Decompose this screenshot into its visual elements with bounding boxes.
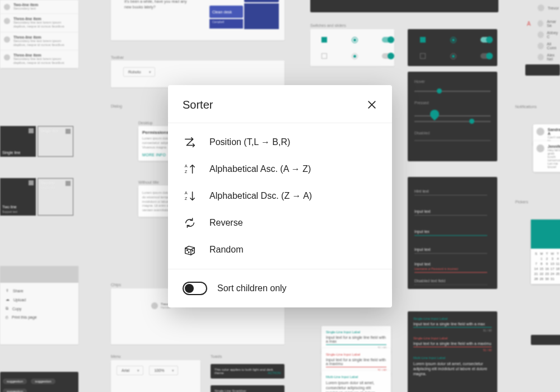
option-position[interactable]: Position (T,L → B,R)	[168, 129, 392, 156]
option-reverse[interactable]: Reverse	[168, 209, 392, 236]
sort-options-list: Position (T,L → B,R) A Z Alphabetical As…	[168, 123, 392, 269]
svg-text:Z: Z	[185, 169, 188, 174]
reverse-icon	[184, 217, 196, 229]
modal-overlay: Sorter Position (T,L → B,R)	[0, 0, 560, 392]
option-alpha-desc[interactable]: A Z Alphabetical Dsc. (Z → A)	[168, 183, 392, 209]
random-icon	[184, 244, 196, 256]
svg-point-4	[187, 250, 188, 250]
svg-point-6	[192, 250, 193, 251]
close-button[interactable]	[366, 99, 377, 110]
option-label: Random	[209, 245, 243, 255]
option-label: Alphabetical Asc. (A → Z)	[209, 164, 311, 174]
option-random[interactable]: Random	[168, 236, 392, 263]
option-label: Position (T,L → B,R)	[209, 137, 290, 147]
option-label: Alphabetical Dsc. (Z → A)	[209, 191, 312, 201]
option-alpha-asc[interactable]: A Z Alphabetical Asc. (A → Z)	[168, 156, 392, 183]
svg-text:A: A	[185, 164, 188, 169]
modal-title: Sorter	[183, 99, 213, 111]
position-icon	[184, 136, 196, 148]
sorter-modal: Sorter Position (T,L → B,R)	[168, 85, 392, 307]
option-label: Reverse	[209, 218, 243, 228]
sort-children-toggle[interactable]	[183, 282, 207, 295]
svg-text:A: A	[185, 190, 188, 195]
alpha-desc-icon: A Z	[184, 190, 196, 202]
svg-point-5	[188, 251, 189, 252]
close-icon	[366, 99, 377, 110]
sort-children-label: Sort children only	[217, 283, 287, 293]
svg-text:Z: Z	[185, 196, 188, 201]
alpha-asc-icon: A Z	[184, 163, 196, 175]
